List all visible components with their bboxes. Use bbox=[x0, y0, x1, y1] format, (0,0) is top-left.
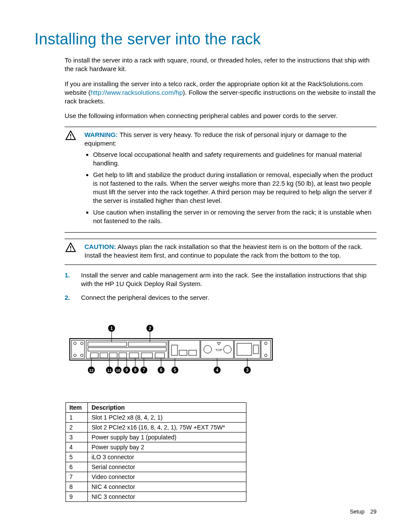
warning-bullet: Get help to lift and stabilize the produ… bbox=[93, 171, 377, 205]
svg-point-8 bbox=[74, 354, 76, 357]
svg-rect-5 bbox=[72, 340, 84, 358]
caution-text: Always plan the rack installation so tha… bbox=[84, 243, 362, 259]
svg-point-6 bbox=[74, 342, 76, 345]
warning-icon bbox=[65, 131, 77, 141]
table-row: 6Serial connector bbox=[66, 462, 246, 472]
page-heading: Installing the server into the rack bbox=[34, 30, 377, 48]
svg-rect-31 bbox=[253, 345, 258, 354]
step-item: Install the server and cable management … bbox=[65, 271, 377, 289]
warning-callout: WARNING: This server is very heavy. To r… bbox=[65, 127, 377, 233]
page-footer: Setup 29 bbox=[350, 508, 377, 515]
svg-text:2: 2 bbox=[149, 326, 151, 331]
svg-text:11: 11 bbox=[107, 368, 112, 373]
svg-rect-32 bbox=[261, 340, 271, 358]
svg-rect-12 bbox=[128, 342, 166, 346]
svg-text:3: 3 bbox=[246, 368, 249, 373]
svg-text:12: 12 bbox=[89, 368, 93, 373]
connector-table: Item Description 1Slot 1 PCIe2 x8 (8, 4,… bbox=[65, 402, 246, 502]
warning-bullet: Observe local occupational health and sa… bbox=[93, 150, 377, 168]
svg-rect-15 bbox=[100, 353, 108, 358]
svg-point-3 bbox=[70, 249, 72, 251]
table-header-description: Description bbox=[88, 403, 246, 413]
svg-point-33 bbox=[265, 342, 267, 345]
svg-rect-17 bbox=[119, 353, 127, 358]
step-item: Connect the peripheral devices to the se… bbox=[65, 293, 377, 302]
warning-label: WARNING: bbox=[84, 131, 118, 138]
svg-text:1: 1 bbox=[110, 326, 113, 331]
svg-rect-24 bbox=[189, 350, 196, 355]
svg-text:6: 6 bbox=[160, 368, 162, 373]
svg-text:4: 4 bbox=[216, 368, 218, 373]
warning-lead: This server is very heavy. To reduce the… bbox=[84, 131, 347, 147]
svg-rect-20 bbox=[155, 353, 165, 358]
svg-rect-22 bbox=[171, 345, 177, 355]
svg-text:7: 7 bbox=[143, 368, 145, 373]
intro-paragraph-1: To install the server into a rack with s… bbox=[65, 56, 377, 74]
svg-rect-19 bbox=[141, 353, 153, 358]
table-row: 5iLO 3 connector bbox=[66, 452, 246, 462]
svg-rect-18 bbox=[129, 353, 139, 358]
table-row: 8NIC 4 connector bbox=[66, 482, 246, 492]
svg-rect-30 bbox=[237, 343, 252, 355]
svg-text:5: 5 bbox=[174, 368, 176, 373]
svg-text:TOP: TOP bbox=[215, 348, 222, 352]
svg-point-34 bbox=[265, 354, 267, 357]
svg-rect-11 bbox=[88, 342, 127, 346]
svg-rect-13 bbox=[88, 348, 166, 351]
svg-rect-21 bbox=[169, 340, 200, 358]
svg-point-9 bbox=[81, 354, 83, 357]
svg-point-27 bbox=[224, 345, 231, 353]
svg-text:10: 10 bbox=[116, 368, 120, 373]
svg-point-1 bbox=[70, 137, 72, 139]
rear-panel-diagram: TOP 1 2 3 4 5 6 7 8 9 10 11 12 bbox=[65, 324, 277, 381]
table-header-item: Item bbox=[66, 403, 88, 413]
footer-page-number: 29 bbox=[371, 508, 377, 515]
table-row: 2Slot 2 PCIe2 x16 (16, 8, 4, 2, 1), 75W … bbox=[66, 423, 246, 432]
caution-icon bbox=[65, 243, 77, 253]
svg-text:8: 8 bbox=[134, 368, 137, 373]
svg-rect-14 bbox=[90, 353, 98, 358]
footer-section: Setup bbox=[350, 508, 364, 515]
svg-rect-16 bbox=[109, 353, 117, 358]
caution-body: CAUTION: Always plan the rack installati… bbox=[84, 243, 377, 260]
install-steps: Install the server and cable management … bbox=[65, 271, 377, 302]
warning-body: WARNING: This server is very heavy. To r… bbox=[84, 131, 377, 228]
svg-rect-23 bbox=[179, 350, 187, 355]
caution-callout: CAUTION: Always plan the rack installati… bbox=[65, 239, 377, 265]
table-row: 9NIC 3 connector bbox=[66, 492, 246, 502]
svg-text:9: 9 bbox=[125, 368, 128, 373]
table-row: 7Video connector bbox=[66, 472, 246, 482]
table-row: 1Slot 1 PCIe2 x8 (8, 4, 2, 1) bbox=[66, 413, 246, 423]
table-row: 3Power supply bay 1 (populated) bbox=[66, 432, 246, 442]
svg-point-7 bbox=[81, 342, 83, 345]
caution-label: CAUTION: bbox=[84, 243, 116, 250]
table-row: 4Power supply bay 2 bbox=[66, 442, 246, 452]
racksolutions-link[interactable]: http://www.racksolutions.com/hp bbox=[90, 89, 183, 96]
warning-bullet: Use caution when installing the server i… bbox=[93, 208, 377, 226]
intro-paragraph-3: Use the following information when conne… bbox=[65, 112, 377, 120]
svg-rect-29 bbox=[234, 340, 260, 358]
intro-paragraph-2: If you are installing the server into a … bbox=[65, 80, 377, 106]
svg-point-26 bbox=[204, 345, 212, 353]
